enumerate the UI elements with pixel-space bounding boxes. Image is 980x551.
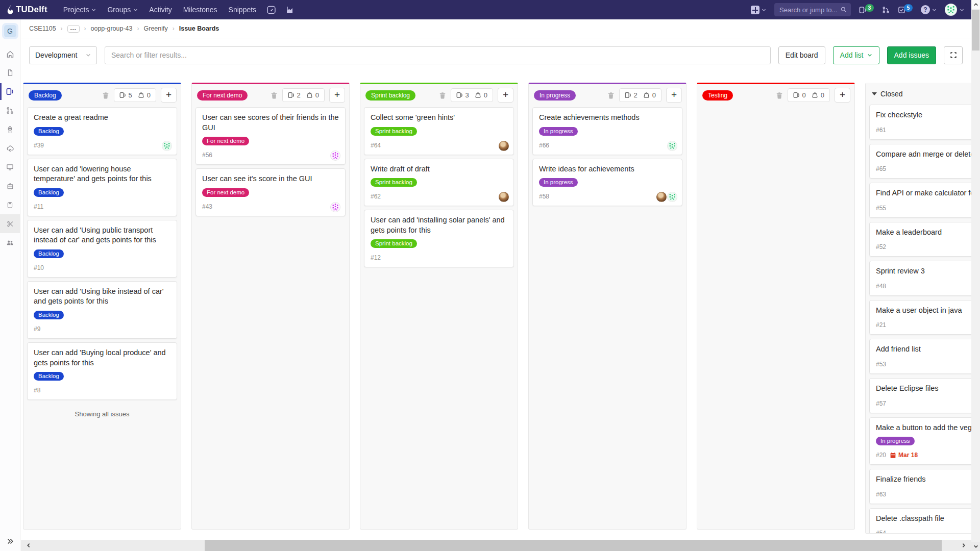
label-pill[interactable]: Sprint backlog <box>371 239 417 248</box>
scroll-down-arrow[interactable] <box>971 542 980 551</box>
label-pill[interactable]: In progress <box>539 178 578 187</box>
breadcrumb-project[interactable]: Greenify <box>144 25 168 32</box>
global-search[interactable] <box>774 3 851 16</box>
sidebar-item-cicd[interactable] <box>0 120 20 139</box>
filter-input[interactable] <box>105 46 771 64</box>
issue-card[interactable]: Finalize friends #63 <box>869 469 971 504</box>
delete-list-icon[interactable] <box>439 92 446 99</box>
sidebar-item-issues[interactable] <box>0 82 20 101</box>
issue-card[interactable]: Make a leaderboard #52 <box>869 222 971 257</box>
delete-list-icon[interactable] <box>271 92 278 99</box>
delete-list-icon[interactable] <box>102 92 109 99</box>
label-pill[interactable]: Sprint backlog <box>371 178 417 187</box>
column-label[interactable]: For next demo <box>197 90 248 101</box>
global-search-input[interactable] <box>778 6 838 14</box>
nav-milestones[interactable]: Milestones <box>178 0 223 19</box>
issue-card[interactable]: User can see scores of their friends in … <box>195 107 346 165</box>
merge-requests-button[interactable] <box>882 6 890 14</box>
sidebar-item-members[interactable] <box>0 233 20 252</box>
add-issue-to-list-button[interactable]: + <box>329 88 345 103</box>
breadcrumb-group[interactable]: CSE1105 <box>29 25 56 32</box>
assignee-avatar-magenta-identicon[interactable] <box>330 202 340 212</box>
assignee-avatar-green-identicon[interactable] <box>162 141 172 151</box>
issue-card[interactable]: User can add 'Buying local produce' and … <box>27 342 177 400</box>
issue-card[interactable]: Delete Eclipse files #57 <box>869 378 971 413</box>
issue-card[interactable]: User can add 'Using bike instead of car'… <box>27 281 177 339</box>
delete-list-icon[interactable] <box>776 92 783 99</box>
column-label[interactable]: Testing <box>702 90 733 101</box>
sidebar-item-operations[interactable] <box>0 139 20 158</box>
issue-card[interactable]: Add friend list #53 <box>869 339 971 374</box>
issue-card[interactable]: User can add 'Using public transport ins… <box>27 220 177 278</box>
add-issue-to-list-button[interactable]: + <box>835 88 850 103</box>
sidebar-item-wiki[interactable] <box>0 195 20 214</box>
column-label[interactable]: In progress <box>534 90 576 101</box>
sidebar-item-merge-requests[interactable] <box>0 101 20 120</box>
add-issue-to-list-button[interactable]: + <box>161 88 177 103</box>
sidebar-item-packages[interactable] <box>0 177 20 195</box>
horizontal-scroll-thumb[interactable] <box>205 540 942 551</box>
issue-card[interactable]: Create a great readme Backlog #39 <box>27 107 177 155</box>
issues-counter-button[interactable]: 3 <box>859 6 874 14</box>
label-pill[interactable]: In progress <box>539 127 578 136</box>
user-menu-button[interactable] <box>945 4 964 16</box>
issue-card[interactable]: Find API or make calculator for CO2 #55 <box>869 183 971 218</box>
delete-list-icon[interactable] <box>607 92 615 99</box>
nav-groups[interactable]: Groups <box>102 0 143 19</box>
label-pill[interactable]: In progress <box>876 437 915 445</box>
column-label[interactable]: Backlog <box>29 90 62 101</box>
issue-card[interactable]: Sprint review 3 #48 <box>869 261 971 296</box>
board-switcher-dropdown[interactable]: Development <box>29 46 97 64</box>
label-pill[interactable]: Backlog <box>34 249 64 258</box>
help-menu-button[interactable]: ? <box>921 5 937 14</box>
project-avatar[interactable]: G <box>2 23 18 39</box>
add-issue-to-list-button[interactable]: + <box>666 88 682 103</box>
analytics-chart-icon[interactable] <box>281 0 299 19</box>
issue-card[interactable]: Create achievements methods In progress … <box>532 107 682 155</box>
new-menu-button[interactable] <box>751 6 766 14</box>
assignee-avatar-green-identicon[interactable] <box>667 192 677 202</box>
sidebar-item-overview[interactable] <box>0 44 20 63</box>
nav-activity[interactable]: Activity <box>143 0 177 19</box>
assignee-avatar-magenta-identicon[interactable] <box>330 151 340 161</box>
tudelft-logo[interactable]: TUDelft <box>7 5 47 15</box>
sidebar-item-monitor[interactable] <box>0 158 20 177</box>
issue-card[interactable]: Compare adn merge or delete old b #65 <box>869 144 971 179</box>
assignee-avatar-photo[interactable] <box>499 192 509 202</box>
issue-card[interactable]: Delete .classpath file #54 <box>869 508 971 533</box>
issue-card[interactable]: Write ideas for achievements In progress… <box>532 159 682 207</box>
issue-card[interactable]: Collect some 'green hints' Sprint backlo… <box>364 107 514 155</box>
closed-column-header[interactable]: Closed <box>866 84 971 104</box>
issue-card[interactable]: Make a button to add the vegetarian In p… <box>869 417 971 465</box>
column-label[interactable]: Sprint backlog <box>365 90 415 101</box>
add-issue-to-list-button[interactable]: + <box>498 88 513 103</box>
breadcrumb-subgroup[interactable]: oopp-group-43 <box>91 25 133 32</box>
issue-card[interactable]: User can add 'installing solar panels' a… <box>364 210 514 267</box>
scroll-left-arrow[interactable] <box>21 543 36 548</box>
sidebar-expand-toggle[interactable] <box>4 535 17 548</box>
label-pill[interactable]: Backlog <box>34 311 64 319</box>
issue-card[interactable]: User can add 'lowering house temperature… <box>27 159 177 216</box>
label-pill[interactable]: Backlog <box>34 127 64 136</box>
assignee-avatar-photo[interactable] <box>656 192 667 202</box>
scroll-up-arrow[interactable] <box>971 0 980 9</box>
dashboard-gauge-icon[interactable] <box>262 0 281 19</box>
issue-card[interactable]: Fix checkstyle #61 <box>869 105 971 140</box>
todos-button[interactable]: 5 <box>898 6 913 14</box>
issue-card[interactable]: User can see it's score in the GUI For n… <box>195 168 346 216</box>
scroll-right-arrow[interactable] <box>956 543 971 548</box>
add-list-button[interactable]: Add list <box>833 46 879 64</box>
label-pill[interactable]: Sprint backlog <box>371 127 417 136</box>
label-pill[interactable]: Backlog <box>34 372 64 381</box>
add-issues-button[interactable]: Add issues <box>887 46 936 64</box>
breadcrumb-ellipsis-button[interactable]: ... <box>67 25 80 33</box>
sidebar-item-repository[interactable] <box>0 63 20 82</box>
assignee-avatar-green-identicon[interactable] <box>667 141 677 151</box>
edit-board-button[interactable]: Edit board <box>778 46 825 64</box>
assignee-avatar-photo[interactable] <box>499 141 509 151</box>
fullscreen-button[interactable] <box>944 46 963 64</box>
nav-projects[interactable]: Projects <box>58 0 102 19</box>
vertical-scroll-thumb[interactable] <box>972 10 979 51</box>
label-pill[interactable]: Backlog <box>34 188 64 197</box>
sidebar-item-snippets[interactable] <box>0 214 20 233</box>
